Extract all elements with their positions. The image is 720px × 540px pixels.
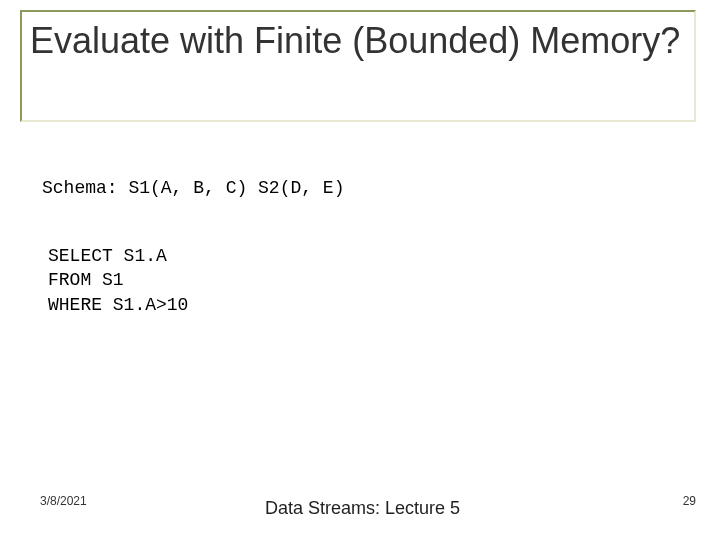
footer-page-number: 29 xyxy=(683,494,696,508)
footer-center-text: Data Streams: Lecture 5 xyxy=(265,498,495,520)
footer-center: Data Streams: Lecture 5 xyxy=(0,498,720,520)
slide-title: Evaluate with Finite (Bounded) Memory? xyxy=(30,18,680,63)
sql-query: SELECT S1.A FROM S1 WHERE S1.A>10 xyxy=(48,244,188,317)
slide: Evaluate with Finite (Bounded) Memory? S… xyxy=(0,0,720,540)
schema-line: Schema: S1(A, B, C) S2(D, E) xyxy=(42,178,344,198)
